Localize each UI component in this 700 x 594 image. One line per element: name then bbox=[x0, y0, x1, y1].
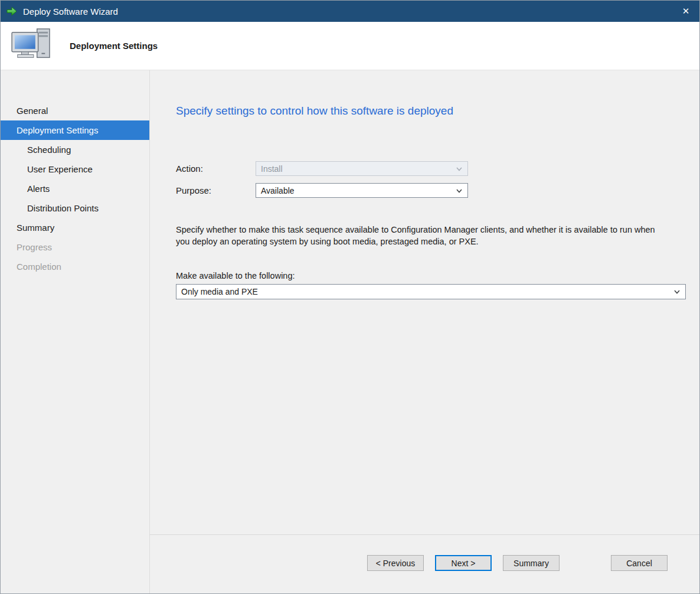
page-heading: Specify settings to control how this sof… bbox=[176, 105, 686, 118]
wizard-window: Deploy Software Wizard ✕ Deployment Sett… bbox=[0, 0, 700, 594]
purpose-select[interactable]: Available bbox=[256, 183, 468, 198]
nav-item-distribution-points[interactable]: Distribution Points bbox=[1, 198, 149, 218]
computer-icon bbox=[11, 28, 53, 64]
nav-item-general[interactable]: General bbox=[1, 101, 149, 120]
action-label: Action: bbox=[176, 164, 256, 174]
page-title: Deployment Settings bbox=[70, 41, 158, 51]
close-icon: ✕ bbox=[682, 6, 690, 17]
chevron-down-icon bbox=[674, 290, 680, 294]
description-text: Specify whether to make this task sequen… bbox=[176, 224, 660, 247]
footer-button-bar: < Previous Next > Summary Cancel bbox=[150, 534, 699, 593]
purpose-label: Purpose: bbox=[176, 185, 256, 195]
cancel-button[interactable]: Cancel bbox=[611, 555, 668, 571]
nav-item-label: General bbox=[17, 106, 48, 116]
chevron-down-icon bbox=[456, 189, 462, 193]
nav-item-scheduling[interactable]: Scheduling bbox=[1, 140, 149, 159]
summary-button[interactable]: Summary bbox=[503, 555, 560, 571]
action-row: Action: Install bbox=[176, 161, 686, 176]
nav-item-label: Completion bbox=[17, 262, 61, 272]
purpose-row: Purpose: Available bbox=[176, 183, 686, 198]
action-select: Install bbox=[256, 161, 468, 176]
action-value: Install bbox=[261, 164, 283, 174]
content-panel: Specify settings to control how this sof… bbox=[150, 70, 699, 593]
nav-item-deployment-settings[interactable]: Deployment Settings bbox=[1, 120, 149, 140]
nav-item-label: Deployment Settings bbox=[17, 125, 98, 135]
nav-item-label: Scheduling bbox=[27, 145, 71, 155]
close-button[interactable]: ✕ bbox=[672, 1, 699, 22]
nav-item-label: Summary bbox=[17, 223, 54, 233]
nav-item-completion: Completion bbox=[1, 257, 149, 276]
nav-item-user-experience[interactable]: User Experience bbox=[1, 159, 149, 179]
next-button[interactable]: Next > bbox=[435, 555, 492, 571]
make-available-label: Make available to the following: bbox=[176, 271, 686, 280]
previous-button[interactable]: < Previous bbox=[367, 555, 424, 571]
nav-item-label: Distribution Points bbox=[27, 203, 99, 213]
main-panel: Specify settings to control how this sof… bbox=[150, 70, 699, 534]
deploy-arrow-icon bbox=[6, 5, 18, 17]
make-available-select[interactable]: Only media and PXE bbox=[176, 284, 686, 299]
window-title: Deploy Software Wizard bbox=[23, 6, 118, 17]
nav-item-label: User Experience bbox=[27, 164, 93, 174]
wizard-header: Deployment Settings bbox=[1, 22, 699, 70]
wizard-body: General Deployment Settings Scheduling U… bbox=[1, 70, 699, 593]
nav-item-progress: Progress bbox=[1, 237, 149, 257]
chevron-down-icon bbox=[456, 167, 462, 171]
wizard-nav: General Deployment Settings Scheduling U… bbox=[1, 70, 150, 593]
titlebar: Deploy Software Wizard ✕ bbox=[1, 1, 699, 22]
make-available-value: Only media and PXE bbox=[181, 287, 258, 296]
nav-item-summary[interactable]: Summary bbox=[1, 218, 149, 237]
nav-item-alerts[interactable]: Alerts bbox=[1, 179, 149, 198]
purpose-value: Available bbox=[261, 186, 295, 195]
nav-item-label: Progress bbox=[17, 242, 52, 252]
deployment-form: Action: Install Purpose: Available bbox=[176, 161, 686, 198]
nav-item-label: Alerts bbox=[27, 184, 50, 194]
